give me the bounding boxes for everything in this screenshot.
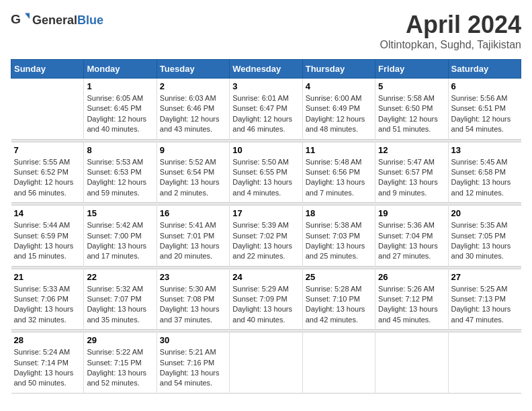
cell-info: Sunrise: 6:00 AMSunset: 6:49 PMDaylight:…	[306, 93, 372, 135]
week-row-3: 14Sunrise: 5:44 AMSunset: 6:59 PMDayligh…	[11, 205, 521, 267]
calendar-cell: 3Sunrise: 6:01 AMSunset: 6:47 PMDaylight…	[230, 79, 302, 140]
week-row-1: 1Sunrise: 6:05 AMSunset: 6:45 PMDaylight…	[11, 79, 521, 140]
calendar-cell: 27Sunrise: 5:25 AMSunset: 7:13 PMDayligh…	[448, 269, 521, 330]
cell-info: Sunrise: 5:53 AMSunset: 6:53 PMDaylight:…	[87, 157, 153, 199]
cell-info: Sunrise: 5:29 AMSunset: 7:09 PMDaylight:…	[232, 284, 299, 326]
day-number: 3	[232, 81, 299, 91]
calendar-cell: 29Sunrise: 5:22 AMSunset: 7:15 PMDayligh…	[84, 332, 157, 394]
cell-info: Sunrise: 5:26 AMSunset: 7:12 PMDaylight:…	[378, 284, 445, 326]
week-row-5: 28Sunrise: 5:24 AMSunset: 7:14 PMDayligh…	[11, 332, 521, 394]
cell-info: Sunrise: 5:28 AMSunset: 7:10 PMDaylight:…	[306, 284, 372, 326]
day-number: 8	[87, 145, 153, 155]
day-number: 28	[14, 335, 81, 345]
cell-info: Sunrise: 5:33 AMSunset: 7:06 PMDaylight:…	[14, 284, 81, 326]
title-block: April 2024 Oltintopkan, Sughd, Tajikista…	[380, 11, 522, 51]
calendar-cell: 6Sunrise: 5:56 AMSunset: 6:51 PMDaylight…	[448, 79, 521, 140]
calendar-cell: 7Sunrise: 5:55 AMSunset: 6:52 PMDaylight…	[11, 142, 84, 203]
calendar-cell: 2Sunrise: 6:03 AMSunset: 6:46 PMDaylight…	[157, 79, 229, 140]
calendar-cell	[230, 332, 302, 394]
logo-icon: G	[11, 11, 30, 30]
day-number: 10	[232, 145, 299, 155]
day-number: 1	[87, 81, 153, 91]
calendar-cell	[448, 332, 521, 394]
cell-info: Sunrise: 5:50 AMSunset: 6:55 PMDaylight:…	[232, 157, 299, 199]
day-number: 16	[160, 208, 226, 218]
day-number: 11	[306, 145, 372, 155]
cell-info: Sunrise: 5:55 AMSunset: 6:52 PMDaylight:…	[14, 157, 81, 199]
calendar-table: SundayMondayTuesdayWednesdayThursdayFrid…	[11, 59, 521, 394]
day-number: 17	[232, 208, 299, 218]
calendar-cell: 26Sunrise: 5:26 AMSunset: 7:12 PMDayligh…	[375, 269, 448, 330]
calendar-cell: 8Sunrise: 5:53 AMSunset: 6:53 PMDaylight…	[84, 142, 157, 203]
calendar-cell	[375, 332, 448, 394]
week-row-4: 21Sunrise: 5:33 AMSunset: 7:06 PMDayligh…	[11, 269, 521, 330]
calendar-cell: 14Sunrise: 5:44 AMSunset: 6:59 PMDayligh…	[11, 205, 84, 267]
calendar-cell: 24Sunrise: 5:29 AMSunset: 7:09 PMDayligh…	[230, 269, 302, 330]
cell-info: Sunrise: 5:41 AMSunset: 7:01 PMDaylight:…	[160, 220, 226, 262]
day-number: 21	[14, 272, 81, 282]
day-number: 26	[378, 272, 445, 282]
calendar-cell: 21Sunrise: 5:33 AMSunset: 7:06 PMDayligh…	[11, 269, 84, 330]
calendar-cell: 16Sunrise: 5:41 AMSunset: 7:01 PMDayligh…	[157, 205, 229, 267]
logo-general-text: General	[32, 13, 77, 27]
day-number: 12	[378, 145, 445, 155]
cell-info: Sunrise: 5:39 AMSunset: 7:02 PMDaylight:…	[232, 220, 299, 262]
day-number: 30	[160, 335, 226, 345]
day-number: 23	[160, 272, 226, 282]
logo-blue-text: Blue	[77, 13, 103, 27]
page-header: G GeneralBlue April 2024 Oltintopkan, Su…	[11, 11, 521, 51]
day-number: 29	[87, 335, 153, 345]
calendar-cell: 12Sunrise: 5:47 AMSunset: 6:57 PMDayligh…	[375, 142, 448, 203]
day-number: 4	[306, 81, 372, 91]
calendar-cell: 22Sunrise: 5:32 AMSunset: 7:07 PMDayligh…	[84, 269, 157, 330]
logo: G GeneralBlue	[11, 11, 103, 30]
cell-info: Sunrise: 5:24 AMSunset: 7:14 PMDaylight:…	[14, 347, 81, 389]
cell-info: Sunrise: 5:36 AMSunset: 7:04 PMDaylight:…	[378, 220, 445, 262]
calendar-cell: 30Sunrise: 5:21 AMSunset: 7:16 PMDayligh…	[157, 332, 229, 394]
day-number: 18	[306, 208, 372, 218]
cell-info: Sunrise: 6:05 AMSunset: 6:45 PMDaylight:…	[87, 93, 153, 135]
day-number: 5	[378, 81, 445, 91]
calendar-cell: 5Sunrise: 5:58 AMSunset: 6:50 PMDaylight…	[375, 79, 448, 140]
cell-info: Sunrise: 5:22 AMSunset: 7:15 PMDaylight:…	[87, 347, 153, 389]
weekday-header-tuesday: Tuesday	[157, 60, 229, 79]
cell-info: Sunrise: 5:48 AMSunset: 6:56 PMDaylight:…	[306, 157, 372, 199]
cell-info: Sunrise: 5:44 AMSunset: 6:59 PMDaylight:…	[14, 220, 81, 262]
day-number: 15	[87, 208, 153, 218]
cell-info: Sunrise: 5:45 AMSunset: 6:58 PMDaylight:…	[451, 157, 519, 199]
cell-info: Sunrise: 5:42 AMSunset: 7:00 PMDaylight:…	[87, 220, 153, 262]
weekday-header-wednesday: Wednesday	[230, 60, 302, 79]
day-number: 20	[451, 208, 519, 218]
weekday-header-row: SundayMondayTuesdayWednesdayThursdayFrid…	[11, 60, 521, 79]
calendar-cell: 25Sunrise: 5:28 AMSunset: 7:10 PMDayligh…	[302, 269, 375, 330]
calendar-cell: 10Sunrise: 5:50 AMSunset: 6:55 PMDayligh…	[230, 142, 302, 203]
calendar-cell: 13Sunrise: 5:45 AMSunset: 6:58 PMDayligh…	[448, 142, 521, 203]
calendar-cell: 17Sunrise: 5:39 AMSunset: 7:02 PMDayligh…	[230, 205, 302, 267]
cell-info: Sunrise: 6:01 AMSunset: 6:47 PMDaylight:…	[232, 93, 299, 135]
day-number: 6	[451, 81, 519, 91]
cell-info: Sunrise: 5:32 AMSunset: 7:07 PMDaylight:…	[87, 284, 153, 326]
cell-info: Sunrise: 5:38 AMSunset: 7:03 PMDaylight:…	[306, 220, 372, 262]
calendar-cell: 20Sunrise: 5:35 AMSunset: 7:05 PMDayligh…	[448, 205, 521, 267]
weekday-header-saturday: Saturday	[448, 60, 521, 79]
day-number: 7	[14, 145, 81, 155]
cell-info: Sunrise: 5:35 AMSunset: 7:05 PMDaylight:…	[451, 220, 519, 262]
calendar-cell: 11Sunrise: 5:48 AMSunset: 6:56 PMDayligh…	[302, 142, 375, 203]
weekday-header-thursday: Thursday	[302, 60, 375, 79]
cell-info: Sunrise: 5:25 AMSunset: 7:13 PMDaylight:…	[451, 284, 519, 326]
week-row-2: 7Sunrise: 5:55 AMSunset: 6:52 PMDaylight…	[11, 142, 521, 203]
calendar-cell: 15Sunrise: 5:42 AMSunset: 7:00 PMDayligh…	[84, 205, 157, 267]
calendar-location: Oltintopkan, Sughd, Tajikistan	[380, 39, 522, 51]
cell-info: Sunrise: 5:47 AMSunset: 6:57 PMDaylight:…	[378, 157, 445, 199]
day-number: 19	[378, 208, 445, 218]
calendar-cell: 1Sunrise: 6:05 AMSunset: 6:45 PMDaylight…	[84, 79, 157, 140]
svg-marker-1	[25, 13, 30, 19]
day-number: 27	[451, 272, 519, 282]
calendar-cell: 18Sunrise: 5:38 AMSunset: 7:03 PMDayligh…	[302, 205, 375, 267]
calendar-cell: 23Sunrise: 5:30 AMSunset: 7:08 PMDayligh…	[157, 269, 229, 330]
day-number: 2	[160, 81, 226, 91]
day-number: 9	[160, 145, 226, 155]
calendar-cell	[11, 79, 84, 140]
cell-info: Sunrise: 5:52 AMSunset: 6:54 PMDaylight:…	[160, 157, 226, 199]
cell-info: Sunrise: 5:56 AMSunset: 6:51 PMDaylight:…	[451, 93, 519, 135]
